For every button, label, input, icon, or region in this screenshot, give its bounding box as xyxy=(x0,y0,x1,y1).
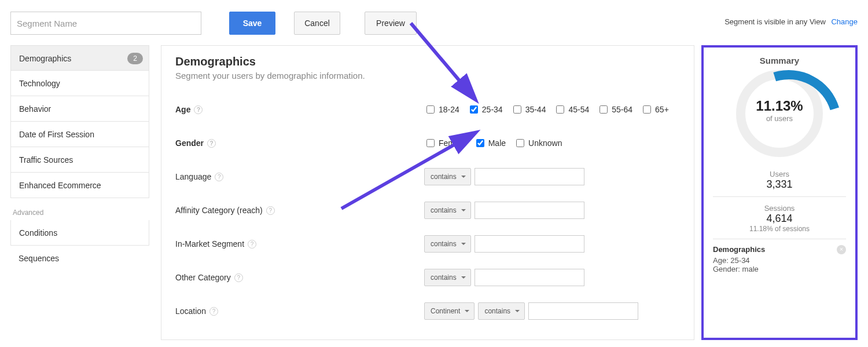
language-input[interactable] xyxy=(475,168,584,185)
main-panel: Demographics Segment your users by demog… xyxy=(161,45,694,340)
age-option[interactable]: 65+ xyxy=(641,104,669,115)
segment-name-input[interactable] xyxy=(10,12,201,35)
help-icon[interactable]: ? xyxy=(234,273,243,282)
visibility-label: Segment is visible in any View xyxy=(724,17,826,26)
summary-of-users: of users xyxy=(713,114,846,123)
gender-option[interactable]: Male xyxy=(474,137,506,149)
age-checkbox[interactable] xyxy=(643,105,651,114)
age-label: Age xyxy=(175,105,190,114)
age-option[interactable]: 45-54 xyxy=(554,104,589,115)
panel-subtitle: Segment your users by demographic inform… xyxy=(175,71,680,81)
affinity-row: Affinity Category (reach)? contains xyxy=(175,196,680,224)
gender-row: Gender? FemaleMaleUnknown xyxy=(175,129,680,157)
help-icon[interactable]: ? xyxy=(266,206,275,215)
location-dimension-select[interactable]: Continent xyxy=(424,302,475,320)
sidebar-item-label: Conditions xyxy=(19,228,57,238)
sidebar-item-label: Date of First Session xyxy=(19,130,94,139)
segment-visibility-text: Segment is visible in any View Change xyxy=(724,17,858,26)
age-option[interactable]: 18-24 xyxy=(424,104,459,115)
users-value: 3,331 xyxy=(713,178,846,191)
summary-percent: 11.13% xyxy=(713,98,846,114)
location-row: Location? Continent contains xyxy=(175,297,680,325)
language-label: Language xyxy=(175,172,211,181)
age-checkbox[interactable] xyxy=(513,105,521,114)
help-icon[interactable]: ? xyxy=(207,139,216,148)
language-row: Language? contains xyxy=(175,163,680,191)
summary-panel: Summary 11.13% of users Users 3,331 Sess… xyxy=(701,45,858,340)
age-checkbox[interactable] xyxy=(599,105,608,114)
sidebar-item-label: Demographics xyxy=(19,54,71,63)
other-match-select[interactable]: contains xyxy=(424,269,471,286)
age-row: Age? 18-2425-3435-4445-5455-6465+ xyxy=(175,96,680,123)
save-button[interactable]: Save xyxy=(229,12,275,35)
cancel-button[interactable]: Cancel xyxy=(294,12,340,35)
gender-checkbox[interactable] xyxy=(426,139,435,147)
gender-option[interactable]: Unknown xyxy=(514,137,562,149)
age-option[interactable]: 35-44 xyxy=(511,104,546,115)
help-icon[interactable]: ? xyxy=(209,307,218,316)
other-input[interactable] xyxy=(475,269,584,286)
sidebar-item-technology[interactable]: Technology xyxy=(10,71,149,96)
inmarket-match-select[interactable]: contains xyxy=(424,235,471,253)
affinity-input[interactable] xyxy=(475,202,584,219)
sessions-percent: 11.18% of sessions xyxy=(713,225,846,233)
sidebar-item-conditions[interactable]: Conditions xyxy=(10,220,149,246)
summary-title: Summary xyxy=(713,56,846,65)
gender-checkbox[interactable] xyxy=(516,139,524,147)
sidebar-item-behavior[interactable]: Behavior xyxy=(10,96,149,122)
age-checkbox[interactable] xyxy=(556,105,564,114)
inmarket-row: In-Market Segment? contains xyxy=(175,230,680,258)
filter-gender: Gender: male xyxy=(713,265,846,273)
age-checkbox[interactable] xyxy=(470,105,478,114)
sidebar-item-sequences[interactable]: Sequences xyxy=(10,246,149,271)
age-option-label: 45-54 xyxy=(568,105,589,114)
gender-option-label: Unknown xyxy=(528,138,562,148)
other-label: Other Category xyxy=(175,273,231,282)
change-link[interactable]: Change xyxy=(831,17,858,26)
gender-checkbox-set: FemaleMaleUnknown xyxy=(424,137,562,149)
age-checkbox[interactable] xyxy=(426,105,435,114)
age-option-label: 55-64 xyxy=(612,105,632,114)
sessions-caption: Sessions xyxy=(713,204,846,213)
gender-label: Gender xyxy=(175,138,204,148)
sidebar-item-first-session[interactable]: Date of First Session xyxy=(10,122,149,147)
sidebar-item-label: Traffic Sources xyxy=(19,155,73,165)
sidebar-item-label: Behavior xyxy=(19,104,51,114)
affinity-match-select[interactable]: contains xyxy=(424,202,471,219)
remove-filter-icon[interactable]: × xyxy=(837,245,846,254)
sidebar-badge: 2 xyxy=(127,53,143,64)
help-icon[interactable]: ? xyxy=(215,173,223,181)
sidebar-item-demographics[interactable]: Demographics 2 xyxy=(10,45,149,71)
gender-option-label: Male xyxy=(488,138,506,148)
preview-button[interactable]: Preview xyxy=(365,12,417,35)
location-match-select[interactable]: contains xyxy=(478,302,525,320)
location-label: Location xyxy=(175,306,206,316)
filter-age: Age: 25-34 xyxy=(713,256,846,265)
summary-donut: 11.13% of users xyxy=(713,70,846,163)
sidebar-item-label: Technology xyxy=(19,79,60,88)
age-option-label: 35-44 xyxy=(525,105,546,114)
sidebar-item-traffic-sources[interactable]: Traffic Sources xyxy=(10,147,149,173)
sidebar-section-advanced: Advanced xyxy=(10,198,149,220)
language-match-select[interactable]: contains xyxy=(424,168,471,185)
age-checkbox-set: 18-2425-3435-4445-5455-6465+ xyxy=(424,104,669,115)
sidebar-item-label: Sequences xyxy=(19,254,59,263)
filters-title: Demographics xyxy=(713,245,846,254)
age-option[interactable]: 55-64 xyxy=(597,104,632,115)
sidebar-item-enhanced-ecommerce[interactable]: Enhanced Ecommerce xyxy=(10,173,149,198)
other-row: Other Category? contains xyxy=(175,264,680,291)
age-option[interactable]: 25-34 xyxy=(468,104,503,115)
inmarket-label: In-Market Segment xyxy=(175,239,244,249)
affinity-label: Affinity Category (reach) xyxy=(175,206,263,215)
age-option-label: 65+ xyxy=(655,105,669,114)
location-input[interactable] xyxy=(528,302,638,320)
segment-sidebar: Demographics 2 Technology Behavior Date … xyxy=(10,45,149,271)
sidebar-item-label: Enhanced Ecommerce xyxy=(19,181,101,190)
age-option-label: 18-24 xyxy=(439,105,459,114)
inmarket-input[interactable] xyxy=(475,235,584,253)
gender-checkbox[interactable] xyxy=(476,139,484,147)
age-option-label: 25-34 xyxy=(482,105,503,114)
help-icon[interactable]: ? xyxy=(248,240,256,249)
gender-option[interactable]: Female xyxy=(424,137,466,149)
help-icon[interactable]: ? xyxy=(194,105,203,114)
